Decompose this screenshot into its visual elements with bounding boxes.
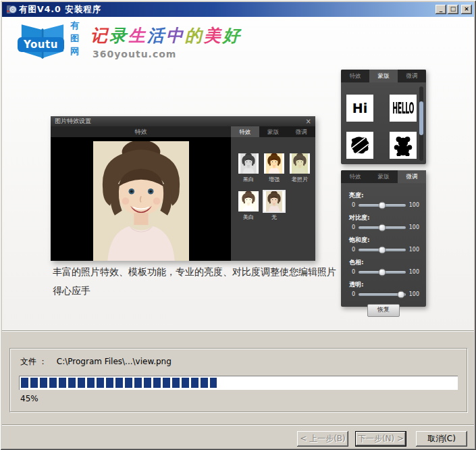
slider-max: 100: [409, 269, 419, 275]
slogan-text: 记录生活中的美好: [90, 24, 242, 47]
editor-title: 图片特效设置: [55, 117, 91, 126]
installer-window: 有图V4.0 安装程序 _ □ × Youtu 有 图 网 记录生活中的美好: [0, 0, 476, 450]
tab-adjust: 微调: [287, 126, 315, 137]
slider-track: [359, 204, 406, 207]
tab-adjust: 微调: [398, 70, 426, 82]
slider-max: 100: [409, 291, 419, 297]
tab-masks: 蒙版: [369, 170, 398, 183]
site-url: 360youtu.com: [92, 49, 176, 59]
tab-adjust: 微调: [398, 170, 426, 183]
effect-thumbnail-label: 无: [261, 214, 287, 221]
slider-track: [359, 249, 406, 251]
progress-bar: [19, 376, 458, 390]
slider-label: 对比度:: [349, 214, 426, 222]
effect-thumbnail-label: 增强: [261, 176, 287, 183]
scribble-icon: [349, 134, 371, 156]
slider-label: 亮度:: [349, 191, 426, 200]
close-icon: ×: [464, 5, 469, 12]
slider-min: 0: [352, 247, 355, 253]
content-area: Youtu 有 图 网 记录生活中的美好 360youtu.com 图片特效设置…: [2, 17, 474, 330]
slider-label: 饱和度:: [349, 236, 426, 245]
sticker-tile-scribble: [346, 132, 373, 159]
slider-group-hue: 色相: 0 100: [341, 258, 426, 275]
cancel-button[interactable]: 取消(C): [416, 431, 467, 447]
slider-min: 0: [352, 291, 355, 297]
slogan-char: 活: [147, 26, 166, 45]
progress-groupbox: 文件 ：C:\Program Files\...\view.png 45%: [9, 348, 467, 412]
slider-track: [359, 226, 406, 229]
slider-min: 0: [352, 269, 355, 275]
effect-thumbnail: 增强: [261, 153, 287, 183]
slider-max: 100: [409, 224, 419, 230]
slogan-char: 录: [109, 26, 128, 45]
slider-track: [359, 271, 406, 274]
file-path: C:\Program Files\...\view.png: [57, 357, 171, 366]
slider-thumb: [378, 268, 386, 276]
slogan-char: 中: [166, 26, 185, 45]
slider-track: [359, 293, 406, 296]
slogan-char: 生: [128, 26, 147, 45]
slider-max: 100: [409, 202, 419, 208]
header-logo: Youtu 有 图 网 记录生活中的美好 360youtu.com: [20, 19, 223, 66]
slider-group-contrast: 对比度: 0 100: [341, 214, 426, 230]
slogan-char: 记: [90, 26, 109, 45]
tab-masks: 蒙版: [259, 126, 288, 137]
tab-masks: 蒙版: [369, 70, 398, 82]
tab-effects: 特效: [341, 70, 369, 82]
reset-button: 恢复: [367, 304, 400, 317]
slider-group-saturation: 饱和度: 0 100: [341, 236, 426, 253]
maximize-button[interactable]: □: [448, 5, 458, 14]
tab-effects: 特效: [341, 170, 369, 183]
effect-preview: [264, 191, 284, 211]
girl-photo: [93, 141, 189, 261]
slider-thumb: [378, 224, 386, 231]
editor-titlebar: 图片特效设置 ×: [51, 116, 315, 126]
logo-vertical-text: 有 图 网: [70, 19, 79, 57]
slider-max: 100: [409, 247, 419, 253]
scrollbar-thumb: [419, 101, 423, 135]
editor-canvas: [51, 137, 231, 261]
editor-close-icon: ×: [306, 118, 311, 125]
mask-panel: 特效 蒙版 微调 Hi HELLO: [341, 70, 426, 164]
effect-thumbnail-label: 美白: [236, 214, 261, 221]
window-title: 有图V4.0 安装程序: [19, 4, 101, 16]
tab-effects: 特效: [231, 126, 259, 137]
slider-label: 色相:: [349, 258, 426, 267]
feature-description: 丰富的照片特效、模板功能，专业的亮度、对比度调整使您编辑照片 得心应手: [53, 262, 343, 300]
feature-screenshot-editor: 图片特效设置 × 特效 特效 蒙版 微调: [51, 116, 315, 261]
slider-thumb: [397, 291, 404, 298]
effect-thumbnail-label: 老照片: [287, 176, 313, 183]
adjust-panel: 特效 蒙版 微调 亮度: 0 100 对比度: 0: [341, 170, 426, 307]
slider-group-opacity: 透明: 0 100: [341, 280, 426, 297]
maximize-icon: □: [450, 5, 456, 12]
progress-percent: 45%: [20, 394, 38, 403]
editor-header-row: 特效 特效 蒙版 微调: [51, 126, 315, 137]
effect-preview: [238, 191, 259, 211]
next-button[interactable]: 下一步(N) >: [355, 431, 406, 447]
slogan-char: 美: [204, 26, 223, 45]
canvas-tab-header: 特效: [51, 126, 231, 137]
panel-scrollbar: [419, 86, 423, 161]
app-icon: [6, 4, 17, 15]
effect-thumbnail: 美白: [236, 191, 261, 221]
effect-preview: [238, 153, 259, 174]
logo-wordmark: Youtu: [18, 37, 64, 52]
close-button[interactable]: ×: [461, 5, 472, 14]
back-button[interactable]: < 上一步(B): [297, 431, 348, 447]
effect-preview: [264, 153, 284, 174]
slider-thumb: [378, 201, 386, 209]
slogan-char: 好: [223, 26, 242, 45]
minimize-button[interactable]: _: [435, 5, 446, 14]
editor-effects-panel: 黑白 增强 老照片 美白: [231, 137, 315, 261]
progress-fill: [21, 378, 217, 388]
adjust-panel-tabs: 特效 蒙版 微调: [341, 170, 426, 183]
file-label: 文件 ：: [20, 357, 47, 366]
effect-thumbnail-label: 黑白: [236, 176, 261, 183]
mask-panel-tabs: 特效 蒙版 微调: [341, 70, 426, 82]
editor-tabs: 特效 蒙版 微调: [231, 126, 315, 137]
slider-min: 0: [352, 202, 355, 208]
effect-thumbnail: 老照片: [287, 153, 313, 183]
sticker-tile-bear: [390, 132, 417, 159]
slogan-char: 的: [185, 26, 204, 45]
install-section: 文件 ：C:\Program Files\...\view.png 45% < …: [2, 330, 474, 449]
